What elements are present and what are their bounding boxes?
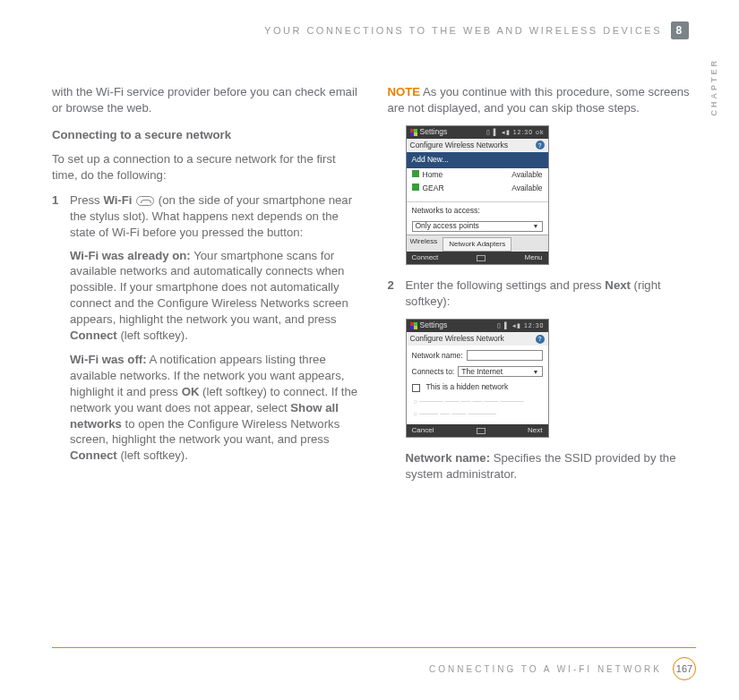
shot-subtitle-bar: Configure Wireless Network ? xyxy=(407,332,548,346)
shot-titlebar: Settings ▯ ▌ ◂▮ 12:30 ok xyxy=(407,126,548,139)
screenshot-configure-networks: Settings ▯ ▌ ◂▮ 12:30 ok Configure Wirel… xyxy=(406,125,549,266)
left-column: with the Wi-Fi service provider before y… xyxy=(52,84,361,491)
help-icon: ? xyxy=(536,141,545,149)
hidden-network-checkbox-row: This is a hidden network xyxy=(407,380,548,395)
signal-icon xyxy=(412,184,419,191)
network-list: Add New... HomeAvailable GEARAvailable xyxy=(407,152,548,202)
page-footer: CONNECTING TO A WI-FI NETWORK 167 xyxy=(52,647,696,680)
section-intro: To set up a connection to a secure netwo… xyxy=(52,151,361,184)
shot-titlebar: Settings ▯ ▌ ◂▮ 12:30 xyxy=(407,320,548,332)
page-number: 167 xyxy=(673,657,696,680)
chapter-number-badge: 8 xyxy=(671,21,689,39)
status-icons: ▯ ▌ ◂▮ 12:30 xyxy=(497,321,544,329)
help-icon: ? xyxy=(536,335,545,344)
disabled-option: ○ ───── ─── ── ── ─── ───── xyxy=(407,396,548,408)
chapter-side-label: CHAPTER xyxy=(709,58,718,116)
disabled-option: ○ ──── ── ─── ────── xyxy=(407,408,548,421)
keyboard-icon xyxy=(477,255,486,261)
softkey-bar: Connect Menu xyxy=(407,252,548,264)
chevron-down-icon: ▼ xyxy=(533,222,539,230)
step-number: 2 xyxy=(388,277,406,310)
windows-flag-icon xyxy=(410,322,417,329)
step-body: Enter the following settings and press N… xyxy=(406,277,697,310)
tab-strip: Wireless Network Adapters xyxy=(407,235,548,252)
note-label: NOTE xyxy=(388,85,421,98)
wifi-on-paragraph: Wi-Fi was already on: Your smartphone sc… xyxy=(70,248,361,344)
shot-subtitle-bar: Configure Wireless Networks ? xyxy=(407,139,548,152)
add-new-row: Add New... xyxy=(407,152,548,167)
step-body: Press Wi-Fi (on the side of your smartph… xyxy=(70,192,361,240)
screenshot-configure-network-form: Settings ▯ ▌ ◂▮ 12:30 Configure Wireless… xyxy=(406,319,549,438)
footer-title: CONNECTING TO A WI-FI NETWORK xyxy=(429,664,662,674)
chevron-down-icon: ▼ xyxy=(533,368,539,376)
content-columns: with the Wi-Fi service provider before y… xyxy=(52,84,696,491)
network-row: GEARAvailable xyxy=(407,182,548,195)
softkey-bar: Cancel Next xyxy=(407,424,548,437)
right-column: NOTE As you continue with this procedure… xyxy=(388,84,697,491)
checkbox-icon xyxy=(412,384,420,392)
network-name-field: Network name: xyxy=(407,347,548,363)
step-2: 2 Enter the following settings and press… xyxy=(388,277,697,310)
connects-to-field: Connects to: The Internet▼ xyxy=(407,363,548,380)
connects-to-dropdown: The Internet▼ xyxy=(458,366,542,377)
network-name-input xyxy=(467,350,543,361)
page-header: YOUR CONNECTIONS TO THE WEB AND WIRELESS… xyxy=(52,21,696,39)
step-1: 1 Press Wi-Fi (on the side of your smart… xyxy=(52,192,361,240)
windows-flag-icon xyxy=(410,129,417,136)
status-icons: ▯ ▌ ◂▮ 12:30 ok xyxy=(486,128,545,136)
header-title: YOUR CONNECTIONS TO THE WEB AND WIRELESS… xyxy=(264,25,662,36)
wifi-off-paragraph: Wi-Fi was off: A notification appears li… xyxy=(70,352,361,464)
section-title: Connecting to a secure network xyxy=(52,127,361,143)
network-row: HomeAvailable xyxy=(407,168,548,182)
signal-icon xyxy=(412,170,419,177)
networks-access-label: Networks to access: xyxy=(407,202,548,218)
note-paragraph: NOTE As you continue with this procedure… xyxy=(388,84,697,116)
access-dropdown: Only access points▼ xyxy=(412,221,543,232)
network-name-description: Network name: Specifies the SSID provide… xyxy=(406,450,697,482)
intro-paragraph: with the Wi-Fi service provider before y… xyxy=(52,84,361,116)
step-number: 1 xyxy=(52,192,70,240)
keyboard-icon xyxy=(477,428,486,434)
wifi-button-icon xyxy=(136,196,154,206)
